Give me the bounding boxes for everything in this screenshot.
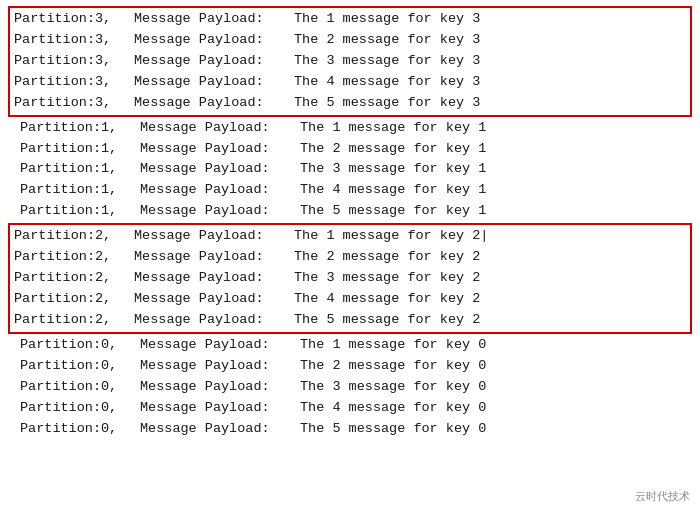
log-line: Partition:0,Message Payload:The 2 messag…	[20, 356, 680, 377]
payload-label: Message Payload:	[140, 180, 300, 201]
log-line: Partition:1,Message Payload:The 4 messag…	[20, 180, 680, 201]
log-line: Partition:1,Message Payload:The 2 messag…	[20, 139, 680, 160]
log-line: Partition:0,Message Payload:The 3 messag…	[20, 377, 680, 398]
payload-label: Message Payload:	[140, 377, 300, 398]
payload-label: Message Payload:	[140, 335, 300, 356]
payload-value: The 1 message for key 1	[300, 118, 486, 139]
partition-label: Partition:0,	[20, 335, 140, 356]
payload-label: Message Payload:	[134, 289, 294, 310]
log-line: Partition:1,Message Payload:The 5 messag…	[20, 201, 680, 222]
log-line: Partition:2,Message Payload:The 3 messag…	[14, 268, 686, 289]
payload-label: Message Payload:	[140, 419, 300, 440]
partition-label: Partition:1,	[20, 180, 140, 201]
partition-group-3: Partition:3,Message Payload:The 1 messag…	[8, 6, 692, 117]
payload-label: Message Payload:	[134, 72, 294, 93]
payload-value: The 4 message for key 1	[300, 180, 486, 201]
payload-label: Message Payload:	[134, 310, 294, 331]
payload-value: The 2 message for key 1	[300, 139, 486, 160]
partition-label: Partition:3,	[14, 93, 134, 114]
payload-label: Message Payload:	[134, 268, 294, 289]
log-line: Partition:3,Message Payload:The 1 messag…	[14, 9, 686, 30]
partition-group-2: Partition:2,Message Payload:The 1 messag…	[8, 223, 692, 334]
payload-label: Message Payload:	[140, 201, 300, 222]
log-line: Partition:1,Message Payload:The 3 messag…	[20, 159, 680, 180]
partition-label: Partition:2,	[14, 226, 134, 247]
payload-label: Message Payload:	[134, 9, 294, 30]
partition-label: Partition:1,	[20, 159, 140, 180]
partition-label: Partition:0,	[20, 356, 140, 377]
payload-label: Message Payload:	[140, 398, 300, 419]
log-line: Partition:0,Message Payload:The 4 messag…	[20, 398, 680, 419]
payload-value: The 5 message for key 0	[300, 419, 486, 440]
log-line: Partition:2,Message Payload:The 5 messag…	[14, 310, 686, 331]
payload-value: The 1 message for key 0	[300, 335, 486, 356]
partition-label: Partition:3,	[14, 51, 134, 72]
log-line: Partition:0,Message Payload:The 1 messag…	[20, 335, 680, 356]
payload-value: The 3 message for key 0	[300, 377, 486, 398]
payload-value: The 3 message for key 1	[300, 159, 486, 180]
payload-value: The 5 message for key 3	[294, 93, 480, 114]
log-line: Partition:3,Message Payload:The 5 messag…	[14, 93, 686, 114]
payload-label: Message Payload:	[140, 356, 300, 377]
log-line: Partition:3,Message Payload:The 4 messag…	[14, 72, 686, 93]
partition-group-0: Partition:0,Message Payload:The 1 messag…	[8, 334, 692, 441]
payload-value: The 4 message for key 0	[300, 398, 486, 419]
log-line: Partition:0,Message Payload:The 5 messag…	[20, 419, 680, 440]
partition-label: Partition:0,	[20, 398, 140, 419]
payload-value: The 1 message for key 3	[294, 9, 480, 30]
payload-label: Message Payload:	[140, 118, 300, 139]
partition-label: Partition:3,	[14, 72, 134, 93]
payload-label: Message Payload:	[134, 51, 294, 72]
payload-value: The 1 message for key 2|	[294, 226, 488, 247]
partition-label: Partition:0,	[20, 377, 140, 398]
partition-label: Partition:1,	[20, 201, 140, 222]
payload-value: The 5 message for key 2	[294, 310, 480, 331]
partition-label: Partition:1,	[20, 139, 140, 160]
log-line: Partition:3,Message Payload:The 3 messag…	[14, 51, 686, 72]
payload-value: The 3 message for key 3	[294, 51, 480, 72]
partition-label: Partition:2,	[14, 310, 134, 331]
payload-value: The 2 message for key 3	[294, 30, 480, 51]
payload-label: Message Payload:	[140, 139, 300, 160]
log-line: Partition:2,Message Payload:The 2 messag…	[14, 247, 686, 268]
partition-label: Partition:0,	[20, 419, 140, 440]
watermark: 云时代技术	[635, 489, 690, 504]
payload-label: Message Payload:	[134, 30, 294, 51]
partition-label: Partition:2,	[14, 268, 134, 289]
payload-value: The 4 message for key 2	[294, 289, 480, 310]
payload-value: The 2 message for key 2	[294, 247, 480, 268]
payload-label: Message Payload:	[134, 93, 294, 114]
partition-label: Partition:3,	[14, 30, 134, 51]
log-line: Partition:1,Message Payload:The 1 messag…	[20, 118, 680, 139]
payload-value: The 3 message for key 2	[294, 268, 480, 289]
log-line: Partition:3,Message Payload:The 2 messag…	[14, 30, 686, 51]
payload-value: The 5 message for key 1	[300, 201, 486, 222]
payload-value: The 4 message for key 3	[294, 72, 480, 93]
payload-label: Message Payload:	[140, 159, 300, 180]
log-line: Partition:2,Message Payload:The 4 messag…	[14, 289, 686, 310]
partition-group-1: Partition:1,Message Payload:The 1 messag…	[8, 117, 692, 224]
payload-label: Message Payload:	[134, 247, 294, 268]
partition-label: Partition:3,	[14, 9, 134, 30]
partition-label: Partition:2,	[14, 289, 134, 310]
terminal-output: Partition:3,Message Payload:The 1 messag…	[0, 0, 700, 510]
payload-label: Message Payload:	[134, 226, 294, 247]
payload-value: The 2 message for key 0	[300, 356, 486, 377]
partition-label: Partition:2,	[14, 247, 134, 268]
partition-label: Partition:1,	[20, 118, 140, 139]
log-line: Partition:2,Message Payload:The 1 messag…	[14, 226, 686, 247]
